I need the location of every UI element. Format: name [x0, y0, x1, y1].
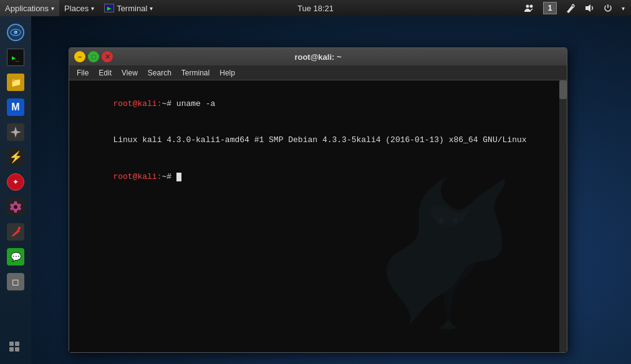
- eye-icon: [10, 29, 21, 36]
- terminal-prompt-icon: ▶_: [12, 54, 19, 61]
- power-icon: [603, 3, 613, 13]
- svg-rect-12: [15, 347, 19, 352]
- topbar: Applications ▾ Places ▾ ▶ Terminal ▾ Tue…: [0, 0, 631, 16]
- svg-point-13: [439, 218, 444, 224]
- malwarebytes-icon: M: [7, 98, 24, 116]
- maximize-button[interactable]: □: [88, 51, 99, 62]
- kali-eye-icon: [7, 24, 24, 41]
- sidebar-item-kali[interactable]: [4, 21, 27, 44]
- store-icon: ◻: [7, 273, 24, 290]
- files-symbol: 📁: [11, 77, 21, 87]
- terminal-dock-icon: ▶_: [7, 49, 24, 66]
- places-label: Places: [64, 4, 89, 13]
- sidebar: ▶_ 📁 M ⚡ ✦: [0, 16, 31, 364]
- ninja-icon: [7, 123, 24, 141]
- sidebar-item-chat[interactable]: 💬: [4, 246, 27, 268]
- sidebar-item-tool2[interactable]: [4, 221, 27, 243]
- pen-icon: [566, 3, 576, 13]
- workspace-indicator[interactable]: 1: [539, 0, 561, 16]
- window-controls: – □ ✕: [74, 51, 113, 62]
- svg-point-5: [16, 31, 17, 32]
- places-arrow-icon: ▾: [91, 5, 94, 12]
- applications-arrow-icon: ▾: [51, 5, 54, 12]
- terminal-menubar: File Edit View Search Terminal Help: [69, 65, 567, 80]
- prompt-1: root@kali:: [113, 99, 161, 108]
- terminal-arrow-icon: ▾: [150, 5, 153, 12]
- volume-icon-btn[interactable]: [580, 0, 598, 16]
- terminal-label: Terminal: [117, 4, 147, 13]
- chat-icon: 💬: [7, 248, 24, 266]
- svg-rect-10: [15, 342, 19, 346]
- people-icon: [524, 3, 534, 13]
- menu-search[interactable]: Search: [143, 69, 176, 77]
- power-arrow-icon: ▾: [622, 5, 625, 12]
- svg-rect-11: [9, 347, 14, 352]
- topbar-right: 1 ▾: [521, 0, 631, 16]
- power-icon-btn[interactable]: [599, 0, 617, 16]
- people-icon-btn[interactable]: [521, 0, 538, 16]
- terminal-title: root@kali: ~: [294, 52, 341, 62]
- menu-file[interactable]: File: [72, 69, 94, 77]
- minimize-button[interactable]: –: [74, 51, 85, 62]
- menu-edit[interactable]: Edit: [94, 69, 117, 77]
- topbar-clock: Tue 18:21: [297, 4, 334, 13]
- sidebar-item-apps[interactable]: [4, 337, 27, 359]
- sidebar-item-store[interactable]: ◻: [4, 271, 27, 293]
- store-symbol: ◻: [12, 277, 19, 287]
- topbar-left: Applications ▾ Places ▾ ▶ Terminal ▾: [0, 0, 158, 16]
- cmd-2: ~#: [161, 172, 176, 181]
- power-arrow-btn[interactable]: ▾: [618, 0, 629, 16]
- sidebar-item-ninja[interactable]: [4, 121, 27, 143]
- terminal-menu[interactable]: ▶ Terminal ▾: [99, 0, 158, 16]
- workspace-badge: 1: [543, 2, 557, 14]
- datetime-label: Tue 18:21: [297, 4, 334, 13]
- files-icon: 📁: [7, 74, 24, 91]
- sidebar-item-malwarebytes[interactable]: M: [4, 96, 27, 118]
- main-area: – □ ✕ root@kali: ~ File Edit View Search…: [31, 16, 631, 364]
- tool2-icon: [7, 223, 24, 241]
- sidebar-item-tool1[interactable]: ✦: [4, 171, 27, 193]
- red-tool-symbol: ✦: [12, 178, 19, 186]
- wrench-icon: [9, 225, 22, 239]
- svg-marker-2: [585, 4, 590, 12]
- menu-terminal[interactable]: Terminal: [176, 69, 214, 77]
- shuriken-icon: [9, 126, 22, 138]
- malwarebytes-m-icon: M: [11, 102, 19, 113]
- prompt-2: root@kali:: [113, 172, 161, 181]
- burp-icon: ⚡: [7, 148, 24, 166]
- places-menu[interactable]: Places ▾: [59, 0, 99, 16]
- metasploit-icon: [7, 198, 24, 216]
- svg-point-1: [530, 5, 533, 8]
- sidebar-item-metasploit[interactable]: [4, 196, 27, 218]
- terminal-small-icon: ▶: [104, 4, 114, 12]
- sidebar-item-terminal[interactable]: ▶_: [4, 46, 27, 69]
- red-tool-icon: ✦: [7, 173, 24, 191]
- close-button[interactable]: ✕: [102, 51, 113, 62]
- svg-point-0: [526, 5, 529, 8]
- grid-icon: [9, 341, 22, 355]
- volume-icon: [584, 3, 594, 13]
- sidebar-item-files[interactable]: 📁: [4, 71, 27, 93]
- terminal-cursor: [176, 173, 181, 181]
- menu-help[interactable]: Help: [214, 69, 240, 77]
- apps-grid-icon: [7, 339, 24, 357]
- terminal-body[interactable]: root@kali:~# uname -a Linux kali 4.3.0-k…: [69, 80, 567, 352]
- svg-point-4: [14, 31, 17, 34]
- applications-menu[interactable]: Applications ▾: [0, 0, 59, 16]
- cmd-1: ~# uname -a: [161, 99, 215, 108]
- svg-rect-9: [9, 342, 14, 346]
- terminal-scrollbar[interactable]: [559, 80, 567, 352]
- chat-bubble-icon: 💬: [11, 252, 21, 262]
- svg-marker-6: [10, 127, 21, 138]
- output-line: Linux kali 4.3.0-kali1-amd64 #1 SMP Debi…: [113, 135, 526, 145]
- terminal-content: root@kali:~# uname -a Linux kali 4.3.0-k…: [74, 85, 562, 195]
- menu-view[interactable]: View: [117, 69, 143, 77]
- pen-icon-btn[interactable]: [562, 0, 579, 16]
- scrollbar-thumb[interactable]: [559, 80, 567, 99]
- workspace-number: 1: [548, 4, 552, 12]
- svg-point-14: [453, 218, 458, 224]
- terminal-window: – □ ✕ root@kali: ~ File Edit View Search…: [69, 47, 567, 353]
- terminal-titlebar: – □ ✕ root@kali: ~: [69, 48, 567, 65]
- sidebar-item-burp[interactable]: ⚡: [4, 146, 27, 168]
- burp-bolt-icon: ⚡: [9, 150, 22, 164]
